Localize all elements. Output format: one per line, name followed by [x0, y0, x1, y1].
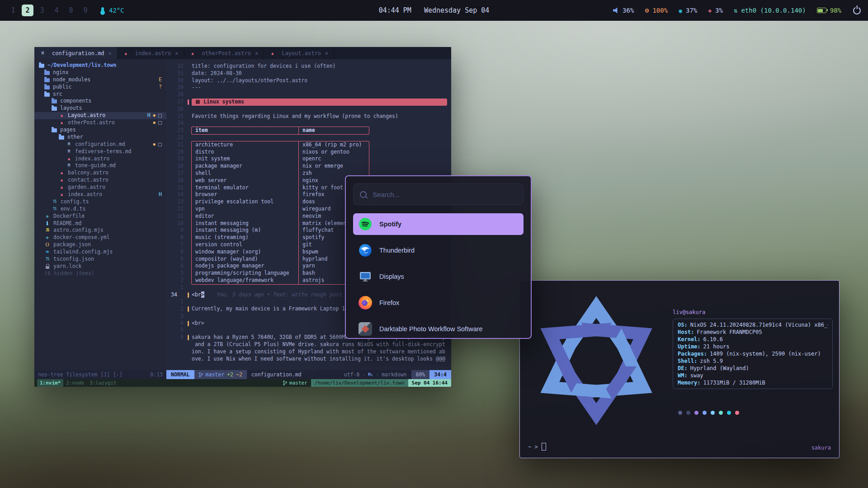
hidden-items-note: (6 hidden items): [34, 270, 166, 277]
git-badge: H: [159, 191, 162, 198]
tree-item[interactable]: layouts: [34, 105, 166, 112]
cpu-module[interactable]: ❖3%: [708, 7, 723, 14]
table-row: editorneovim: [192, 213, 369, 220]
tab-layout-astro[interactable]: Layout.astro ×: [264, 47, 334, 59]
clock-date: Wednesday Sep 04: [424, 6, 490, 14]
launcher-item-spotify[interactable]: Spotify: [353, 213, 524, 235]
workspace-button[interactable]: 4: [51, 5, 62, 16]
diff-added: +2: [227, 371, 233, 378]
palette-dot: [678, 411, 682, 415]
launcher-item-darktable[interactable]: Darktable Photo Workflow Software: [353, 318, 524, 339]
tree-item[interactable]: contact.astro: [34, 177, 166, 184]
encoding-segment: utf-8 ‹ M↓ ‹ markdown: [340, 370, 411, 379]
tree-item[interactable]: README.md: [34, 220, 166, 227]
folder-icon: [44, 85, 50, 89]
disk-module[interactable]: ◉37%: [679, 7, 697, 14]
folder-open-icon: [44, 93, 50, 97]
separator: ‹: [362, 371, 365, 378]
network-module[interactable]: ⇅eth0 (10.0.0.140): [734, 7, 806, 14]
tree-item[interactable]: tone-guide.md: [34, 162, 166, 169]
fetch-box: OS:NixOS 24.11.20240828.71e91c4 (Vicuna)…: [673, 319, 833, 389]
tree-item[interactable]: index.astro: [34, 155, 166, 163]
git-badge: H: [147, 112, 151, 119]
tree-item[interactable]: docker-compose.yml: [34, 234, 166, 241]
statusbar-modules: 36% ⚙100% ◉37% ❖3% ⇅eth0 (10.0.0.140) 98…: [613, 7, 861, 14]
tree-item[interactable]: garden.astro: [34, 184, 166, 191]
power-button[interactable]: [853, 7, 861, 14]
docker-file-icon: [44, 235, 50, 241]
git-untracked-badge: ?: [159, 84, 162, 91]
intro-line: Favorite things regarding Linux and my w…: [192, 113, 451, 120]
tabline: configuration.md × index.astro × otherPo…: [34, 47, 451, 59]
tree-item[interactable]: tsconfig.json: [34, 256, 166, 263]
workspace-button[interactable]: 9: [80, 5, 91, 16]
tree-item[interactable]: other: [34, 134, 166, 141]
tree-item[interactable]: balcony.astro: [34, 169, 166, 177]
tree-item[interactable]: env.d.ts: [34, 206, 166, 213]
tab-close-icon[interactable]: ×: [175, 50, 178, 56]
tree-root[interactable]: ~/Development/liv.town: [34, 62, 166, 69]
darktable-icon: [359, 322, 372, 336]
clock-time: 04:44 PM: [379, 6, 411, 14]
tree-item[interactable]: otherPost.astro●: [34, 119, 166, 127]
tree-item[interactable]: Dockerfile: [34, 213, 166, 220]
app-launcher: Spotify Thunderbird Displays Firefox Dar…: [345, 175, 532, 339]
tab-close-icon[interactable]: ×: [325, 50, 328, 56]
git-branch-icon: [283, 380, 287, 385]
workspace-button[interactable]: 3: [36, 5, 48, 16]
workspace-button[interactable]: 8: [65, 5, 77, 16]
tab-close-icon[interactable]: ×: [108, 50, 112, 56]
tree-item[interactable]: astro.config.mjs: [34, 227, 166, 234]
neotree-statusline: neo-tree filesystem [1] [-] 8:13: [34, 370, 166, 379]
temperature-value: 42°C: [109, 7, 124, 14]
tab-index-astro[interactable]: index.astro ×: [118, 47, 184, 59]
volume-icon: [613, 8, 619, 14]
astro-icon: [269, 50, 275, 56]
tree-item[interactable]: yarn.lock: [34, 263, 166, 270]
tab-close-icon[interactable]: ×: [255, 50, 258, 56]
workspace-button[interactable]: 1: [7, 5, 19, 16]
tree-item[interactable]: index.astroH: [34, 191, 166, 198]
workspace-button-active[interactable]: 2: [22, 5, 33, 16]
tree-item[interactable]: node_modulesE: [34, 76, 166, 84]
temperature-module[interactable]: 42°C: [101, 7, 124, 14]
tab-configuration-md[interactable]: configuration.md ×: [34, 47, 118, 59]
cpu-icon: ❖: [708, 8, 712, 14]
json-file-icon: [44, 242, 50, 248]
folder-icon: [44, 71, 50, 75]
javascript-file-icon: [44, 228, 50, 234]
tree-item[interactable]: components: [34, 98, 166, 105]
tree-item[interactable]: public?: [34, 84, 166, 91]
tmux-window[interactable]: 3:lazygit: [87, 379, 119, 387]
astro-file-icon: [59, 178, 65, 183]
tree-item[interactable]: tailwind.config.mjs: [34, 249, 166, 256]
tree-item[interactable]: pages: [34, 127, 166, 134]
tree-item[interactable]: nginx: [34, 69, 166, 76]
launcher-search-box[interactable]: [353, 183, 524, 205]
volume-module[interactable]: 36%: [613, 7, 634, 14]
tree-item[interactable]: configuration.md●: [34, 141, 166, 148]
search-input[interactable]: [372, 190, 517, 199]
tmux-window-active[interactable]: 1:nvim*: [37, 379, 63, 387]
tmux-window[interactable]: 2:node: [63, 379, 87, 387]
launcher-item-firefox[interactable]: Firefox: [353, 292, 524, 314]
tree-item[interactable]: fediverse-terms.md: [34, 148, 166, 155]
shell-prompt[interactable]: ~ >: [528, 443, 546, 450]
tree-item[interactable]: config.ts: [34, 198, 166, 206]
table-row: programming/scripting languagebash: [192, 270, 369, 277]
unstaged-square-icon: [158, 121, 162, 125]
launcher-item-displays[interactable]: Displays: [353, 266, 524, 287]
battery-module[interactable]: 98%: [817, 7, 841, 14]
brightness-module[interactable]: ⚙100%: [645, 7, 668, 14]
table-row: compositor (wayland)hyprland: [192, 256, 369, 263]
table-row: init systemopenrc: [192, 155, 369, 163]
terminal-window[interactable]: liv@sakura OS:NixOS 24.11.20240828.71e91…: [519, 280, 840, 458]
table-row: browserfirefox: [192, 191, 369, 198]
tree-item[interactable]: src: [34, 91, 166, 98]
folder-open-icon: [39, 64, 44, 68]
tree-item-selected[interactable]: Layout.astroH●: [34, 112, 166, 119]
cursor-block: >: [201, 291, 204, 298]
tab-otherpost-astro[interactable]: otherPost.astro ×: [184, 47, 264, 59]
tree-item[interactable]: package.json: [34, 241, 166, 249]
launcher-item-thunderbird[interactable]: Thunderbird: [353, 239, 524, 261]
